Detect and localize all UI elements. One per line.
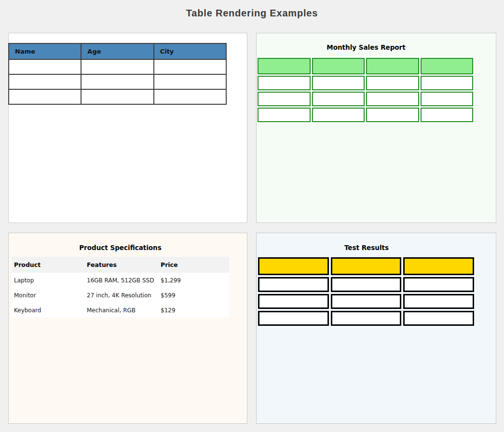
header-row: Product Features Price [12, 257, 229, 273]
header-cell-city: City [154, 43, 226, 59]
table-cell [312, 76, 365, 90]
table-cell [81, 74, 153, 89]
header-cell [421, 58, 474, 74]
table-cell [9, 89, 81, 104]
table-row [258, 277, 474, 292]
product-cell: Laptop [12, 273, 84, 288]
table-row: Monitor 27 inch, 4K Resolution $599 [12, 288, 229, 303]
header-cell [258, 257, 329, 275]
table-cell [258, 311, 329, 326]
page: Table Rendering Examples Name Age City M… [0, 0, 504, 432]
table-cell [366, 76, 419, 90]
table-row: Laptop 16GB RAM, 512GB SSD $1,299 [12, 273, 229, 288]
features-cell: 16GB RAM, 512GB SSD [84, 273, 158, 288]
sales-table [256, 56, 475, 124]
table-cell [421, 76, 474, 90]
table-row [258, 92, 473, 106]
table-cell [258, 108, 311, 122]
header-row [258, 58, 473, 74]
product-cell: Monitor [12, 288, 84, 303]
product-cell: Keyboard [12, 303, 84, 318]
panel-product-specifications: Product Specifications Product Features … [8, 233, 247, 424]
table-cell [403, 294, 474, 309]
table-row [9, 59, 226, 74]
features-cell: Mechanical, RGB [84, 303, 158, 318]
price-cell: $129 [158, 303, 229, 318]
table-cell [366, 108, 419, 122]
sales-report-title: Monthly Sales Report [257, 43, 475, 51]
header-cell-features: Features [84, 257, 158, 273]
header-row [258, 257, 474, 275]
table-cell [331, 294, 402, 309]
table-cell [312, 92, 365, 106]
table-cell [403, 277, 474, 292]
features-cell: 27 inch, 4K Resolution [84, 288, 158, 303]
product-specifications-title: Product Specifications [12, 244, 229, 251]
table-cell [9, 59, 81, 74]
table-cell [331, 277, 402, 292]
table-cell [366, 92, 419, 106]
table-cell [421, 92, 474, 106]
header-cell [403, 257, 474, 275]
price-cell: $599 [158, 288, 229, 303]
table-cell [258, 76, 311, 90]
products-table: Product Features Price Laptop 16GB RAM, … [12, 257, 229, 318]
panel-monthly-sales-report: Monthly Sales Report [256, 33, 496, 223]
table-cell [9, 74, 81, 89]
table-cell [81, 89, 153, 104]
table-cell [421, 108, 474, 122]
price-cell: $1,299 [158, 273, 229, 288]
table-cell [331, 311, 402, 326]
table-cell [154, 74, 226, 89]
table-cell [403, 311, 474, 326]
header-cell-product: Product [12, 257, 84, 273]
header-cell [312, 58, 365, 74]
header-cell-price: Price [158, 257, 229, 273]
panel-basic-table: Name Age City [8, 33, 247, 223]
table-row [258, 311, 474, 326]
header-cell [366, 58, 419, 74]
table-row [9, 89, 226, 104]
test-results-title: Test Results [257, 244, 476, 251]
table-cell [258, 277, 329, 292]
table-row [9, 74, 226, 89]
header-row: Name Age City [9, 43, 226, 59]
page-title: Table Rendering Examples [0, 8, 504, 19]
table-row [258, 76, 473, 90]
table-cell [312, 108, 365, 122]
tests-table [256, 255, 476, 328]
table-cell [258, 294, 329, 309]
table-row [258, 108, 473, 122]
header-cell-name: Name [9, 43, 81, 59]
table-cell [81, 59, 153, 74]
table-cell [258, 92, 311, 106]
header-cell-age: Age [81, 43, 153, 59]
panel-test-results: Test Results [256, 233, 496, 424]
table-row: Keyboard Mechanical, RGB $129 [12, 303, 229, 318]
table-row [258, 294, 474, 309]
header-cell [331, 257, 402, 275]
table-cell [154, 89, 226, 104]
table-cell [154, 59, 226, 74]
header-cell [258, 58, 311, 74]
basic-table: Name Age City [8, 43, 227, 105]
